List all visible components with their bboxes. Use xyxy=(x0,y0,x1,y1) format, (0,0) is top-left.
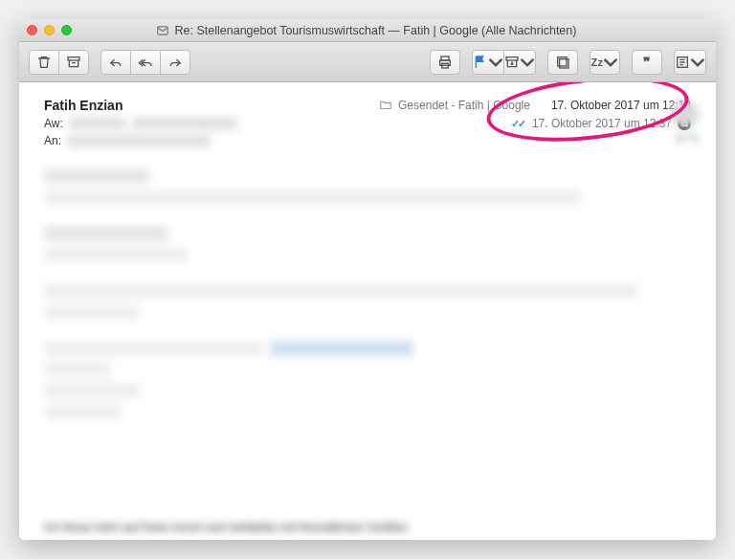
closing-line: Ich freue mich auf Ihren Anruf und verbl… xyxy=(44,521,691,534)
traffic-lights xyxy=(27,25,72,35)
quote-icon: ❞ xyxy=(643,55,651,70)
svg-rect-1 xyxy=(68,56,79,59)
double-check-icon: ✓✓ xyxy=(511,118,524,130)
snooze-button[interactable]: Zz xyxy=(590,50,620,75)
avatar-column: ◐ 🔍 xyxy=(670,100,699,143)
folder-icon xyxy=(379,99,392,112)
message-content: ◐ 🔍 Fatih Enzian Gesendet - Fatih | Goog… xyxy=(19,82,716,540)
redacted-subject-2 xyxy=(132,117,237,130)
zoom-window-button[interactable] xyxy=(61,25,72,35)
subject-prefix: Aw: xyxy=(44,117,63,130)
print-button[interactable] xyxy=(430,50,460,75)
toolbar: Zz ❞ xyxy=(19,42,716,82)
forward-button[interactable] xyxy=(160,50,190,75)
flag-move-group xyxy=(472,50,536,75)
chevron-down-icon xyxy=(603,55,618,70)
reply-all-button[interactable] xyxy=(130,50,161,75)
svg-rect-5 xyxy=(506,56,518,59)
contact-icon[interactable]: ◐ xyxy=(677,132,685,143)
chevron-down-icon xyxy=(520,55,535,70)
related-messages-button[interactable] xyxy=(547,50,578,75)
sender-name: Fatih Enzian xyxy=(44,98,122,113)
read-timestamp: 17. Oktober 2017 um 12:37 xyxy=(532,117,672,130)
redacted-recipient xyxy=(67,134,211,147)
header-meta: Gesendet - Fatih | Google 17. Oktober 20… xyxy=(379,99,691,112)
avatar-actions: ◐ 🔍 xyxy=(677,132,699,143)
header-line-2: Aw: ✓✓ 17. Oktober 2017 um 12:37 xyxy=(44,117,691,130)
delete-group xyxy=(29,50,89,75)
sender-avatar xyxy=(670,100,699,128)
close-window-button[interactable] xyxy=(27,25,37,35)
header-line-3: An: xyxy=(44,134,691,147)
mail-window: Re: Stellenangebot Tourismuswirtschaft —… xyxy=(19,19,716,540)
title-area: Re: Stellenangebot Tourismuswirtschaft —… xyxy=(72,24,708,37)
archive-button[interactable] xyxy=(58,50,89,75)
zz-label: Zz xyxy=(591,56,604,68)
chevron-down-icon xyxy=(488,55,503,70)
reply-button[interactable] xyxy=(100,50,131,75)
mailbox-label: Gesendet - Fatih | Google xyxy=(398,99,530,112)
show-headers-button[interactable] xyxy=(674,50,706,75)
delete-button[interactable] xyxy=(29,50,59,75)
envelope-icon xyxy=(156,24,169,37)
to-label: An: xyxy=(44,134,61,147)
move-button[interactable] xyxy=(503,50,536,75)
flag-button[interactable] xyxy=(472,50,504,75)
redacted-subject-1 xyxy=(69,117,126,130)
header-line-1: Fatih Enzian Gesendet - Fatih | Google 1… xyxy=(44,98,691,113)
read-receipt: ✓✓ 17. Oktober 2017 um 12:37 xyxy=(511,117,691,130)
titlebar: Re: Stellenangebot Tourismuswirtschaft —… xyxy=(19,19,716,42)
chevron-down-icon xyxy=(690,55,705,70)
quote-level-button[interactable]: ❞ xyxy=(632,50,662,75)
minimize-window-button[interactable] xyxy=(44,25,55,35)
reply-group xyxy=(100,50,190,75)
message-body-redacted xyxy=(44,168,691,419)
search-contact-icon[interactable]: 🔍 xyxy=(687,132,699,143)
window-title: Re: Stellenangebot Tourismuswirtschaft —… xyxy=(175,24,577,37)
